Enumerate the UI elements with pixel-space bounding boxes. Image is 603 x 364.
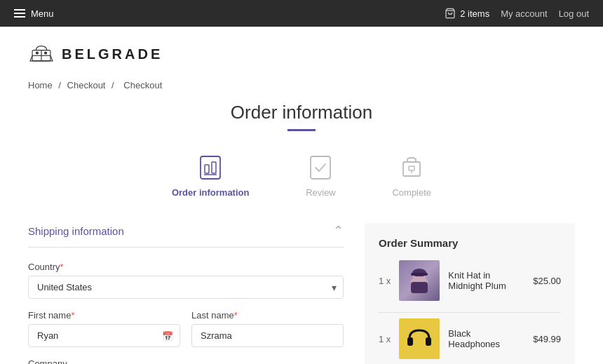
main-content: Order information Order information <box>0 102 603 364</box>
headphones-image <box>399 318 440 359</box>
item-divider-1 <box>379 312 561 313</box>
country-select-wrap: United States Canada United Kingdom Aust… <box>28 276 344 299</box>
headphones-svg <box>404 323 435 354</box>
order-summary-title: Order Summary <box>379 237 561 249</box>
country-field-group: Country* United States Canada United Kin… <box>28 262 344 299</box>
svg-rect-17 <box>411 282 428 293</box>
order-info-icon <box>195 152 226 183</box>
first-name-input[interactable] <box>28 324 180 347</box>
order-item-hat: 1 x Knit Hat in Midnight Plum $25.00 <box>379 260 561 301</box>
cart-area[interactable]: 2 items <box>445 8 489 19</box>
svg-rect-6 <box>201 156 220 179</box>
title-underline <box>287 129 316 131</box>
breadcrumb-home[interactable]: Home <box>28 80 53 90</box>
breadcrumb-checkout2: Checkout <box>123 80 162 90</box>
headphones-name: Black Headphones <box>448 328 524 349</box>
content-columns: Shipping information ⌃ Country* United S… <box>28 223 575 364</box>
hat-price: $25.00 <box>533 276 561 286</box>
last-name-label: Last name* <box>191 310 344 321</box>
cart-icon <box>445 8 456 19</box>
svg-rect-10 <box>311 156 330 179</box>
svg-point-4 <box>36 52 38 54</box>
menu-label: Menu <box>31 8 54 19</box>
name-row: First name* 📅 Last name* <box>28 310 344 358</box>
step-review-label: Review <box>306 187 336 198</box>
headphones-qty: 1 x <box>379 334 391 344</box>
svg-rect-11 <box>403 162 420 176</box>
svg-rect-12 <box>409 166 414 170</box>
hat-svg <box>402 263 437 298</box>
hamburger-icon[interactable] <box>14 9 25 18</box>
hat-name: Knit Hat in Midnight Plum <box>448 270 524 291</box>
svg-point-5 <box>45 52 47 54</box>
breadcrumb: Home / Checkout / Checkout <box>0 74 603 102</box>
menu-area[interactable]: Menu <box>14 8 54 19</box>
country-select[interactable]: United States Canada United Kingdom Aust… <box>28 276 344 299</box>
order-summary-section: Order Summary 1 x Knit <box>365 223 575 364</box>
svg-rect-8 <box>212 162 216 173</box>
complete-icon <box>396 152 427 183</box>
country-label: Country* <box>28 262 344 272</box>
step-order-information[interactable]: Order information <box>172 152 250 198</box>
collapse-shipping-button[interactable]: ⌃ <box>333 223 344 238</box>
shipping-section-header: Shipping information ⌃ <box>28 223 344 248</box>
hat-image <box>399 260 440 301</box>
hat-qty: 1 x <box>379 276 391 286</box>
headphones-price: $49.99 <box>533 334 561 344</box>
top-navigation: Menu 2 items My account Log out <box>0 0 603 27</box>
svg-rect-7 <box>205 165 209 173</box>
logo-icon <box>28 41 55 67</box>
svg-rect-19 <box>426 337 431 346</box>
log-out-link[interactable]: Log out <box>559 8 589 19</box>
logo[interactable]: BELGRADE <box>28 41 163 67</box>
order-summary-box: Order Summary 1 x Knit <box>365 223 575 364</box>
first-name-input-wrap: 📅 <box>28 324 180 347</box>
shipping-section-title: Shipping information <box>28 225 124 237</box>
top-nav-right: 2 items My account Log out <box>445 8 589 19</box>
last-name-input[interactable] <box>191 324 344 347</box>
breadcrumb-sep2: / <box>111 80 116 90</box>
cart-count: 2 items <box>460 8 489 19</box>
page-title: Order information <box>28 102 575 123</box>
calendar-icon: 📅 <box>162 330 173 341</box>
shipping-form-section: Shipping information ⌃ Country* United S… <box>28 223 344 364</box>
step-complete[interactable]: Complete <box>392 152 431 198</box>
checkout-steps: Order information Review Com <box>28 152 575 198</box>
order-item-headphones: 1 x Black Headphones $49.99 <box>379 318 561 359</box>
first-name-group: First name* 📅 <box>28 310 180 347</box>
step-order-info-label: Order information <box>172 187 250 198</box>
breadcrumb-checkout1[interactable]: Checkout <box>67 80 106 90</box>
last-name-group: Last name* <box>191 310 344 347</box>
svg-rect-18 <box>407 337 413 346</box>
site-header: BELGRADE <box>0 27 603 74</box>
step-complete-label: Complete <box>392 187 431 198</box>
step-review[interactable]: Review <box>305 152 336 198</box>
svg-rect-15 <box>411 273 428 276</box>
review-icon <box>305 152 336 183</box>
breadcrumb-sep1: / <box>58 80 63 90</box>
my-account-link[interactable]: My account <box>501 8 547 19</box>
company-group: Company <box>28 358 344 364</box>
company-label: Company <box>28 358 344 364</box>
logo-text: BELGRADE <box>62 46 163 62</box>
first-name-label: First name* <box>28 310 180 321</box>
